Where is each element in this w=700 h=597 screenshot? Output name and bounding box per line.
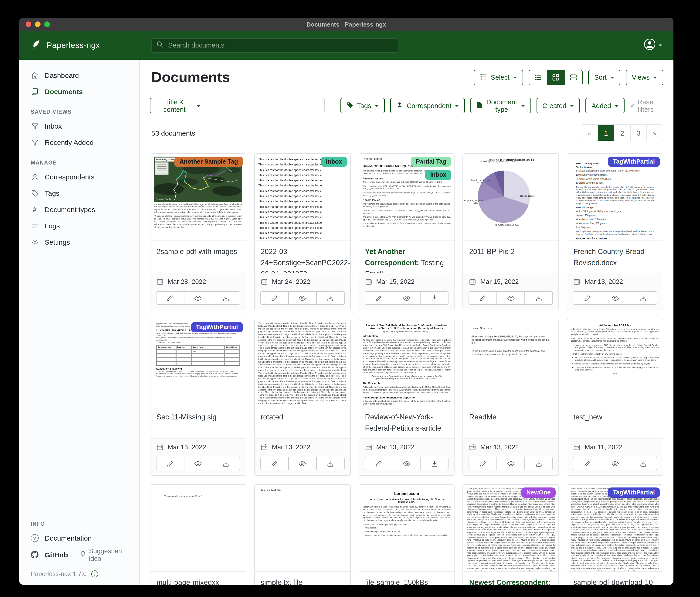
sidebar-item-recently-added[interactable]: Recently Added xyxy=(19,134,139,150)
list-view-toggle[interactable] xyxy=(529,70,547,85)
global-search[interactable] xyxy=(151,38,398,52)
suggest-idea-link[interactable]: Suggest an idea xyxy=(80,547,131,562)
document-title[interactable]: French Country Bread Revised.docx xyxy=(567,240,663,272)
tag-badge[interactable]: Another Sample Tag xyxy=(174,157,243,167)
document-thumbnail[interactable]: This is the text that appears on the fir… xyxy=(255,319,350,406)
search-input[interactable] xyxy=(167,41,393,49)
brand[interactable]: Paperless-ngx xyxy=(31,39,151,51)
next-page-button[interactable]: » xyxy=(646,125,663,141)
filter-field-dropdown[interactable]: Title & content xyxy=(150,98,206,113)
page-button[interactable]: 1 xyxy=(598,125,614,141)
correspondent-filter-button[interactable]: Correspondent xyxy=(390,98,465,113)
download-button[interactable] xyxy=(316,291,344,305)
added-filter-button[interactable]: Added xyxy=(585,98,625,113)
view-button[interactable] xyxy=(184,291,212,305)
page-button[interactable]: 3 xyxy=(630,125,646,141)
document-title[interactable]: simple txt file xyxy=(255,571,350,585)
document-thumbnail[interactable]: Application for Medical Staff Membership… xyxy=(150,319,246,406)
select-button[interactable]: Select xyxy=(473,70,523,85)
page-button[interactable]: 2 xyxy=(614,125,630,141)
document-title[interactable]: file-sample_150kBs xyxy=(359,571,454,585)
sidebar-item-correspondents[interactable]: Correspondents xyxy=(19,169,139,185)
view-button[interactable] xyxy=(184,457,212,470)
prev-page-button[interactable]: « xyxy=(581,125,598,141)
document-title[interactable]: 2sample-pdf-with-images xyxy=(150,240,246,272)
document-thumbnail[interactable]: Lorem ipsumLorem ipsum dolor sit amet, c… xyxy=(359,485,454,571)
document-thumbnail[interactable]: French Country BreadFor the Leaven1 heap… xyxy=(567,154,663,240)
edit-button[interactable] xyxy=(260,457,289,470)
tag-badge[interactable]: NewOne xyxy=(521,487,556,498)
detail-view-toggle[interactable] xyxy=(565,70,582,85)
download-button[interactable] xyxy=(420,291,449,305)
view-button[interactable] xyxy=(288,291,317,305)
document-title[interactable]: Newest Correspondent: f...combinado xyxy=(463,571,559,585)
document-title[interactable]: ReadMe xyxy=(463,406,559,438)
download-button[interactable] xyxy=(212,291,240,305)
view-button[interactable] xyxy=(392,457,421,470)
document-title[interactable]: Sec 11-Missing sig xyxy=(150,406,246,438)
sidebar-item-tags[interactable]: Tags xyxy=(19,185,139,201)
user-menu[interactable] xyxy=(644,38,662,52)
download-button[interactable] xyxy=(316,457,344,470)
created-filter-button[interactable]: Created xyxy=(536,98,580,113)
document-thumbnail[interactable]: Lorem ipsum dolor sit amet, consectetur … xyxy=(567,485,663,571)
document-thumbnail[interactable]: Contact Sheet DemoGiven a set of image f… xyxy=(463,319,559,406)
info-icon[interactable]: i xyxy=(91,570,98,577)
document-type-filter-button[interactable]: Document type xyxy=(470,98,531,113)
edit-button[interactable] xyxy=(260,291,289,305)
document-thumbnail[interactable]: This is a test for the double space char… xyxy=(255,154,350,240)
document-title[interactable]: Review-of-New-York-Federal-Petitions-art… xyxy=(359,406,454,438)
tag-badge[interactable]: Partial Tag xyxy=(411,157,452,167)
document-title[interactable]: 2011 BP Pie 2 xyxy=(463,240,559,272)
document-title[interactable]: Yet Another Correspondent: Testing Email xyxy=(359,240,454,272)
document-title[interactable]: test_new xyxy=(567,406,663,438)
reset-filters-button[interactable]: × Reset filters xyxy=(630,98,663,113)
document-thumbnail[interactable]: Adobe Acrobat PDF FilesAdobe® Portable D… xyxy=(567,319,663,406)
view-button[interactable] xyxy=(497,291,525,305)
tags-filter-button[interactable]: Tags xyxy=(340,98,385,113)
document-thumbnail[interactable]: Patient BP Distribution 2011Normal, 150,… xyxy=(463,154,559,240)
edit-button[interactable] xyxy=(573,291,601,305)
document-title[interactable]: multi-page-mixedxx xyxy=(150,571,246,585)
download-button[interactable] xyxy=(525,457,553,470)
edit-button[interactable] xyxy=(365,457,393,470)
edit-button[interactable] xyxy=(365,291,393,305)
document-thumbnail[interactable]: Release NotesSimba ODBC Driver for SQL S… xyxy=(359,154,454,240)
filter-query-input[interactable] xyxy=(206,98,324,113)
edit-button[interactable] xyxy=(156,291,184,305)
download-button[interactable] xyxy=(212,457,240,470)
sidebar-item-settings[interactable]: Settings xyxy=(19,234,139,250)
edit-button[interactable] xyxy=(469,291,497,305)
tag-badge[interactable]: TagWithPartial xyxy=(608,487,660,498)
sidebar-item-documents[interactable]: Documents xyxy=(19,83,139,100)
view-button[interactable] xyxy=(601,457,629,470)
sidebar-item-inbox[interactable]: Inbox xyxy=(19,118,139,134)
tag-badge[interactable]: TagWithPartial xyxy=(608,157,660,167)
download-button[interactable] xyxy=(629,457,657,470)
download-button[interactable] xyxy=(629,291,657,305)
document-thumbnail[interactable]: This is a test file. xyxy=(255,485,350,571)
sidebar-item-document-types[interactable]: # Document types xyxy=(19,201,139,218)
download-button[interactable] xyxy=(420,457,449,470)
tag-badge[interactable]: Inbox xyxy=(425,170,451,181)
sidebar-item-documentation[interactable]: ? Documentation xyxy=(19,530,139,546)
sidebar-item-github[interactable]: GitHub xyxy=(19,546,80,563)
document-correspondent[interactable]: Newest Correspondent: xyxy=(469,578,551,585)
document-thumbnail[interactable]: Lorem ipsum dolor sit amet, consectetur … xyxy=(463,485,559,571)
tag-badge[interactable]: Inbox xyxy=(321,157,347,167)
view-button[interactable] xyxy=(392,291,421,305)
document-title[interactable]: 2022-03-24+Sonstige+ScanPC2022-03-24_081… xyxy=(255,240,350,272)
view-button[interactable] xyxy=(601,291,629,305)
document-thumbnail[interactable]: Review of New York Federal Petitions for… xyxy=(359,319,454,406)
edit-button[interactable] xyxy=(469,457,497,470)
sidebar-item-dashboard[interactable]: Dashboard xyxy=(19,67,139,83)
document-thumbnail[interactable]: This is a multi page document. Page 1. xyxy=(150,485,246,571)
edit-button[interactable] xyxy=(156,457,184,470)
sidebar-item-logs[interactable]: Logs xyxy=(19,218,139,234)
download-button[interactable] xyxy=(525,291,553,305)
view-button[interactable] xyxy=(497,457,525,470)
tag-badge[interactable]: TagWithPartial xyxy=(191,322,243,333)
document-title[interactable]: rotated xyxy=(255,406,350,438)
document-thumbnail[interactable]: Boundary Waters TripGoogle EarthCurabitu… xyxy=(150,154,246,240)
grid-view-toggle[interactable] xyxy=(547,70,565,85)
